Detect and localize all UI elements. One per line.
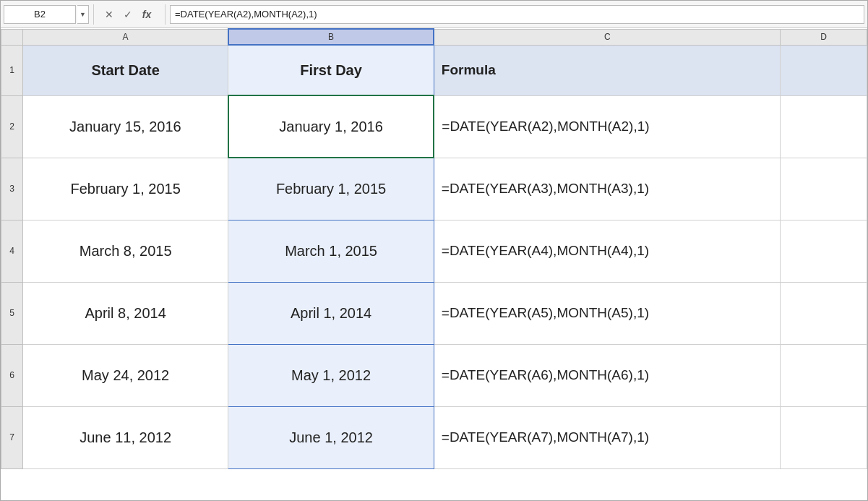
col-header-d[interactable]: D [781,29,867,45]
col-header-a[interactable]: A [22,29,228,45]
formula-bar: B2 ▼ ✕ ✓ fx [1,1,867,28]
table-row: 2January 15, 2016January 1, 2016=DATE(YE… [1,95,867,158]
cell-b7[interactable]: June 1, 2012 [228,406,434,468]
row-num-4: 4 [1,220,23,282]
cell-c2[interactable]: =DATE(YEAR(A2),MONTH(A2),1) [434,95,780,158]
table-row: 6May 24, 2012May 1, 2012=DATE(YEAR(A6),M… [1,344,867,406]
cell-name-box[interactable]: B2 [4,5,76,24]
cell-a2[interactable]: January 15, 2016 [22,95,228,158]
excel-window: B2 ▼ ✕ ✓ fx A B C D [0,0,868,501]
cell-a4[interactable]: March 8, 2015 [22,220,228,282]
table-row: 4March 8, 2015March 1, 2015=DATE(YEAR(A4… [1,220,867,282]
cell-d6 [781,344,867,406]
row-num-7: 7 [1,406,23,468]
table-row: 5April 8, 2014April 1, 2014=DATE(YEAR(A5… [1,282,867,344]
cell-b3[interactable]: February 1, 2015 [228,158,434,220]
cell-c3[interactable]: =DATE(YEAR(A3),MONTH(A3),1) [434,158,780,220]
header-cell-a[interactable]: Start Date [22,45,228,95]
formula-bar-divider2 [165,4,166,25]
cell-a3[interactable]: February 1, 2015 [22,158,228,220]
cell-d2 [781,95,867,158]
cell-c6[interactable]: =DATE(YEAR(A6),MONTH(A6),1) [434,344,780,406]
row-num-5: 5 [1,282,23,344]
cell-d5 [781,282,867,344]
cell-name-dropdown[interactable]: ▼ [77,5,89,24]
formula-bar-divider1 [93,4,94,25]
cell-b2[interactable]: January 1, 2016 [228,95,434,158]
cell-b4[interactable]: March 1, 2015 [228,220,434,282]
cell-a5[interactable]: April 8, 2014 [22,282,228,344]
cell-d4 [781,220,867,282]
header-cell-c[interactable]: Formula [434,45,780,95]
col-header-b[interactable]: B [228,29,434,45]
cell-c4[interactable]: =DATE(YEAR(A4),MONTH(A4),1) [434,220,780,282]
confirm-icon[interactable]: ✓ [120,7,136,22]
cancel-icon[interactable]: ✕ [101,7,117,22]
header-cell-d [781,45,867,95]
row-num-3: 3 [1,158,23,220]
cell-d3 [781,158,867,220]
header-row: 1 Start Date First Day Formula [1,45,867,95]
row-num-1: 1 [1,45,23,95]
row-num-2: 2 [1,95,23,158]
cell-a6[interactable]: May 24, 2012 [22,344,228,406]
table-row: 3February 1, 2015February 1, 2015=DATE(Y… [1,158,867,220]
cell-b6[interactable]: May 1, 2012 [228,344,434,406]
table-row: 7June 11, 2012June 1, 2012=DATE(YEAR(A7)… [1,406,867,468]
fx-icon[interactable]: fx [139,7,155,22]
cell-a7[interactable]: June 11, 2012 [22,406,228,468]
header-cell-b[interactable]: First Day [228,45,434,95]
corner-header [1,29,23,45]
grid-area: A B C D 1 Start Date First Day Formula 2… [1,28,867,500]
cell-d7 [781,406,867,468]
spreadsheet-table: A B C D 1 Start Date First Day Formula 2… [1,28,867,469]
cell-c5[interactable]: =DATE(YEAR(A5),MONTH(A5),1) [434,282,780,344]
row-num-6: 6 [1,344,23,406]
formula-input[interactable] [170,5,864,24]
cell-c7[interactable]: =DATE(YEAR(A7),MONTH(A7),1) [434,406,780,468]
col-header-c[interactable]: C [434,29,780,45]
formula-bar-actions: ✕ ✓ fx [101,7,158,22]
cell-b5[interactable]: April 1, 2014 [228,282,434,344]
